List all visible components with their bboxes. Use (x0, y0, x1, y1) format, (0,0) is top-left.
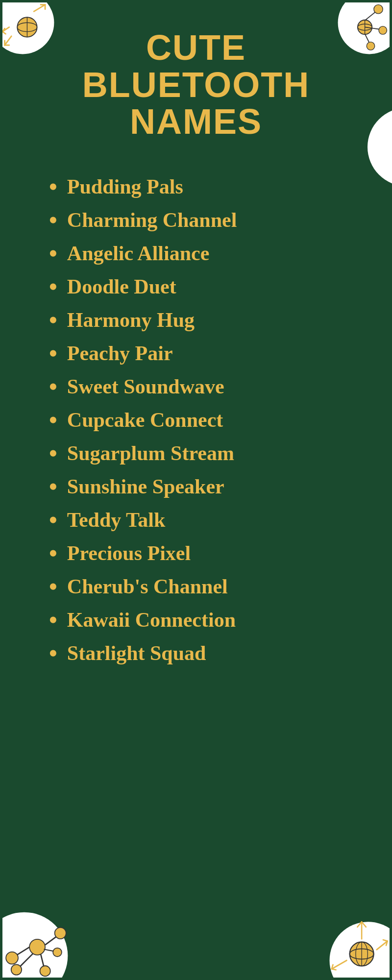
list-item-label: Pudding Pals (67, 175, 183, 198)
title-line2: BLUETOOTH (82, 65, 310, 104)
list-item: Sunshine Speaker (49, 470, 353, 503)
list-item-label: Sugarplum Stream (67, 441, 234, 465)
list-item-label: Doodle Duet (67, 275, 176, 298)
title-line1: CUTE (146, 28, 246, 67)
svg-point-20 (6, 952, 18, 964)
page-container: CUTE BLUETOOTH NAMES Pudding PalsCharmin… (0, 0, 392, 980)
list-item: Teddy Talk (49, 503, 353, 537)
list-item: Pudding Pals (49, 170, 353, 203)
list-item-label: Peachy Pair (67, 342, 173, 365)
list-item-label: Sunshine Speaker (67, 475, 224, 498)
svg-point-28 (53, 948, 62, 957)
svg-point-24 (40, 966, 50, 976)
bluetooth-icon-bottom-right (321, 909, 390, 978)
list-item: Doodle Duet (49, 270, 353, 303)
list-item: Starlight Squad (49, 637, 353, 670)
list-item-label: Angelic Alliance (67, 242, 209, 265)
title-line3: NAMES (130, 102, 262, 141)
title-section: CUTE BLUETOOTH NAMES (0, 0, 392, 160)
names-list: Pudding PalsCharming ChannelAngelic Alli… (49, 170, 353, 670)
svg-point-18 (29, 939, 45, 955)
list-item-label: Teddy Talk (67, 508, 165, 532)
list-item-label: Kawaii Connection (67, 608, 236, 632)
list-item: Cherub's Channel (49, 570, 353, 603)
names-list-section: Pudding PalsCharming ChannelAngelic Alli… (0, 160, 392, 699)
svg-point-26 (55, 928, 66, 939)
list-item: Cupcake Connect (49, 403, 353, 437)
list-item: Harmony Hug (49, 303, 353, 337)
list-item: Charming Channel (49, 203, 353, 237)
list-item: Sweet Soundwave (49, 370, 353, 403)
list-item-label: Cherub's Channel (67, 575, 228, 598)
list-item: Angelic Alliance (49, 237, 353, 270)
list-item: Peachy Pair (49, 337, 353, 370)
list-item-label: Sweet Soundwave (67, 375, 224, 398)
list-item: Precious Pixel (49, 537, 353, 570)
list-item-label: Precious Pixel (67, 541, 191, 565)
list-item-label: Harmony Hug (67, 308, 195, 332)
list-item-label: Cupcake Connect (67, 408, 223, 432)
list-item-label: Charming Channel (67, 208, 237, 232)
svg-point-22 (11, 964, 22, 975)
list-item: Kawaii Connection (49, 603, 353, 637)
bluetooth-icon-bottom-left (2, 899, 81, 978)
list-item: Sugarplum Stream (49, 437, 353, 470)
main-title: CUTE BLUETOOTH NAMES (0, 29, 392, 141)
list-item-label: Starlight Squad (67, 641, 206, 665)
